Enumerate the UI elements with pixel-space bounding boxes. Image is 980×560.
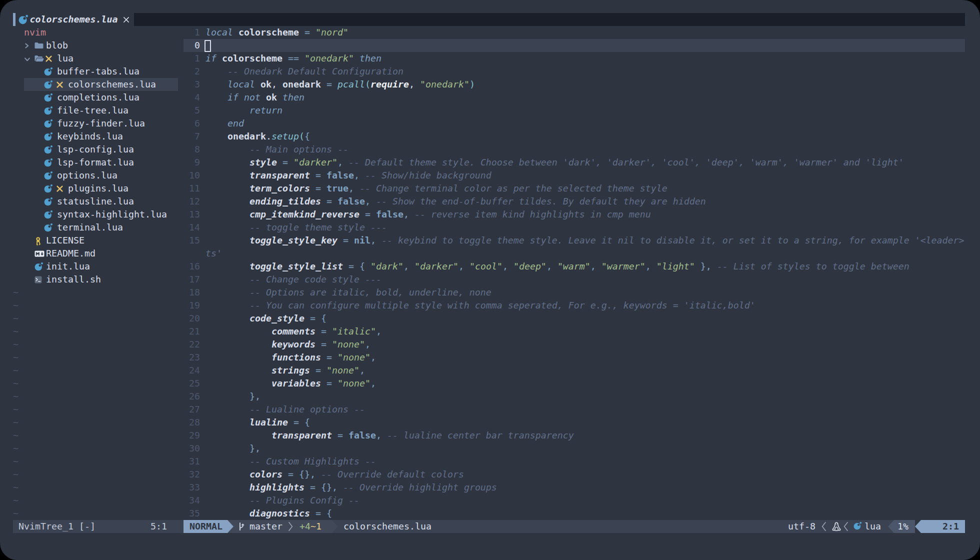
- chevron-left-separator2-icon: [844, 522, 848, 532]
- line-number: 30: [184, 442, 200, 455]
- line-number: 34: [184, 494, 200, 507]
- lua-file-icon: [44, 67, 53, 76]
- code-text: },: [206, 390, 260, 403]
- line-number: 14: [184, 221, 200, 234]
- statusline-location-segment: 2:1: [921, 520, 965, 533]
- tree-item-plugins.lua[interactable]: plugins.lua: [13, 182, 184, 195]
- tree-item-install.sh[interactable]: install.sh: [13, 273, 184, 286]
- powerline-sep-progress: [888, 520, 894, 533]
- tree-item-README.md[interactable]: README.md: [13, 247, 184, 260]
- line-number: 28: [184, 416, 200, 429]
- line-number: 23: [184, 351, 200, 364]
- code-text: onedark.setup({: [206, 130, 310, 143]
- line-number: 22: [184, 338, 200, 351]
- buffer-tab-colorschemes[interactable]: colorschemes.lua: [13, 13, 134, 26]
- lua-file-icon: [44, 171, 53, 180]
- tree-item-blob[interactable]: blob: [13, 39, 184, 52]
- branch-icon: [238, 522, 244, 531]
- line-number: 4: [184, 91, 200, 104]
- line-number: 15: [184, 234, 200, 247]
- lua-file-icon: [44, 80, 53, 89]
- tree-item-completions.lua[interactable]: completions.lua: [13, 91, 184, 104]
- tree-item-file-tree.lua[interactable]: file-tree.lua: [13, 104, 184, 117]
- code-text: -- Lualine options --: [206, 403, 365, 416]
- empty-line-tilde: ~: [13, 455, 23, 468]
- tree-item-fuzzy-finder.lua[interactable]: fuzzy-finder.lua: [13, 117, 184, 130]
- tree-root: nvim: [13, 26, 184, 39]
- line-number: 32: [184, 468, 200, 481]
- code-text: toggle_style_key = nil, -- keybind to to…: [206, 234, 964, 247]
- lua-file-icon: [44, 106, 53, 115]
- tree-item-statusline.lua[interactable]: statusline.lua: [13, 195, 184, 208]
- tab-close-button[interactable]: [123, 16, 130, 23]
- line-number: 26: [184, 390, 200, 403]
- line-number: 12: [184, 195, 200, 208]
- shell-terminal-icon: [34, 276, 42, 284]
- code-text: style = "darker", -- Default theme style…: [206, 156, 904, 169]
- tree-item-label: LICENSE: [46, 234, 84, 247]
- lua-file-icon: [44, 145, 53, 154]
- line-number: 29: [184, 429, 200, 442]
- tree-item-label: lsp-config.lua: [57, 143, 134, 156]
- tree-item-label: lsp-format.lua: [57, 156, 134, 169]
- tree-item-keybinds.lua[interactable]: keybinds.lua: [13, 130, 184, 143]
- tree-item-label: fuzzy-finder.lua: [57, 117, 145, 130]
- line-number: 2: [184, 65, 200, 78]
- tree-item-label: keybinds.lua: [57, 130, 123, 143]
- powerline-sep-mode: [228, 520, 234, 533]
- empty-line-tilde: ~: [13, 325, 23, 338]
- tree-item-options.lua[interactable]: options.lua: [13, 169, 184, 182]
- code-text: toggle_style_list = { "dark", "darker", …: [206, 260, 910, 273]
- lua-file-icon: [18, 14, 28, 24]
- code-text: -- Custom Highlights --: [206, 455, 376, 468]
- empty-line-tilde: ~: [13, 299, 23, 312]
- line-number: 5: [184, 104, 200, 117]
- tree-item-label: colorschemes.lua: [68, 78, 156, 91]
- code-text: highlights = {}, -- Override highlight g…: [206, 481, 497, 494]
- empty-line-tilde: ~: [13, 312, 23, 325]
- code-text: transparent = false, -- lualine center b…: [206, 429, 574, 442]
- tree-item-syntax-highlight.lua[interactable]: syntax-highlight.lua: [13, 208, 184, 221]
- code-text: ts': [206, 247, 222, 260]
- git-branch-name: master: [250, 520, 282, 533]
- code-text: transparent = false, -- Show/hide backgr…: [206, 169, 492, 182]
- tree-item-LICENSE[interactable]: LICENSE: [13, 234, 184, 247]
- tree-item-label: nvim: [24, 26, 46, 39]
- empty-line-tilde: ~: [13, 507, 23, 520]
- powerline-arrow-icon: [332, 520, 338, 533]
- tree-item-colorschemes.lua[interactable]: colorschemes.lua: [13, 78, 184, 91]
- folder-icon: [34, 42, 44, 49]
- powerline-arrow-icon: [915, 520, 921, 533]
- vim-mode: NORMAL: [190, 520, 222, 533]
- line-number: 21: [184, 325, 200, 338]
- empty-line-tilde: ~: [13, 377, 23, 390]
- tree-item-label: file-tree.lua: [57, 104, 128, 117]
- line-number: 6: [184, 117, 200, 130]
- chevron-left-icon: [844, 522, 848, 532]
- code-text: diagnostics = {: [206, 507, 332, 520]
- empty-line-tilde: ~: [13, 364, 23, 377]
- tree-item-lua[interactable]: lua: [13, 52, 184, 65]
- tree-item-buffer-tabs.lua[interactable]: buffer-tabs.lua: [13, 65, 184, 78]
- tree-item-lsp-config.lua[interactable]: lsp-config.lua: [13, 143, 184, 156]
- linux-os-icon: [832, 522, 841, 532]
- tree-item-lsp-format.lua[interactable]: lsp-format.lua: [13, 156, 184, 169]
- powerline-sep-git: [332, 520, 338, 533]
- linux-penguin-icon: [832, 522, 841, 532]
- git-branch-icon: [238, 522, 244, 531]
- lua-file-icon: [34, 262, 44, 271]
- statusline-filename: colorschemes.lua: [344, 520, 432, 533]
- tree-item-init.lua[interactable]: init.lua: [13, 260, 184, 273]
- line-number: 20: [184, 312, 200, 325]
- cursor-location: 2:1: [942, 520, 959, 533]
- tab-active-indicator: [13, 13, 16, 26]
- git-added-count: +4: [300, 520, 310, 533]
- tree-item-label: options.lua: [57, 169, 118, 182]
- lua-file-icon: [44, 158, 53, 167]
- tree-item-terminal.lua[interactable]: terminal.lua: [13, 221, 184, 234]
- code-text: functions = "none",: [206, 351, 376, 364]
- neovim-window: colorschemes.lua nvim blob lua buffer-ta…: [0, 0, 980, 560]
- tree-item-label: buffer-tabs.lua: [57, 65, 140, 78]
- code-text: if colorscheme == "onedark" then: [206, 52, 382, 65]
- filetype-label: lua: [864, 520, 881, 533]
